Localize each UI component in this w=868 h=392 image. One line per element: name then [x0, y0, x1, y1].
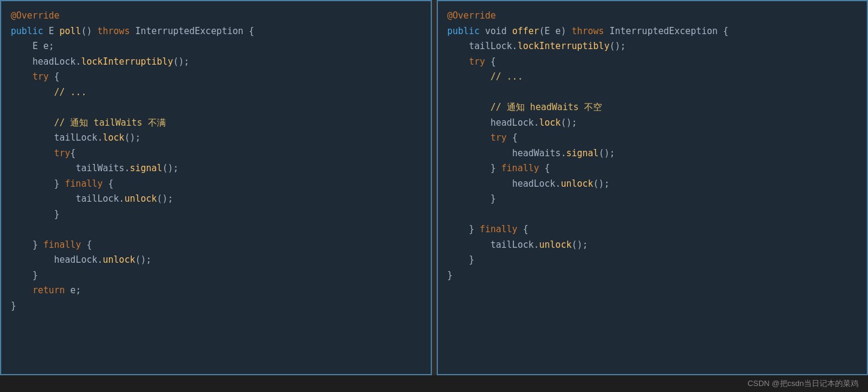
kw-public-left: public	[11, 26, 43, 37]
kw-finally-r1: finally	[501, 163, 539, 174]
panel-divider	[432, 0, 437, 375]
comment-headwaits: // 通知 headWaits 不空	[491, 102, 602, 113]
kw-return: return	[32, 285, 65, 296]
kw-try-l1: try	[32, 71, 49, 82]
left-code-panel: @Override public E poll() throws Interru…	[0, 0, 432, 375]
method-poll: poll	[59, 26, 81, 37]
right-code-panel: @Override public void offer(E e) throws …	[437, 0, 869, 375]
kw-finally-l1: finally	[65, 178, 102, 189]
footer-text: CSDN @把csdn当日记本的菜鸡	[748, 378, 858, 389]
kw-try-r2: try	[491, 132, 507, 143]
left-code: @Override public E poll() throws Interru…	[11, 8, 421, 314]
footer: CSDN @把csdn当日记本的菜鸡	[0, 375, 868, 392]
right-code: @Override public void offer(E e) throws …	[447, 8, 858, 283]
kw-finally-r2: finally	[480, 224, 518, 235]
kw-public-right: public	[447, 26, 480, 37]
kw-throws-right: throws	[571, 26, 604, 37]
code-container: @Override public E poll() throws Interru…	[0, 0, 868, 375]
kw-finally-l2: finally	[43, 239, 81, 250]
kw-try-l2: try	[54, 148, 70, 159]
type-e-left: E	[49, 26, 54, 37]
annotation-override-right: @Override	[447, 10, 496, 21]
comment-tailwaits: // 通知 tailWaits 不满	[54, 117, 165, 128]
kw-try-r1: try	[469, 56, 485, 67]
method-offer: offer	[512, 26, 539, 37]
annotation-override-left: @Override	[11, 10, 59, 21]
comment-r1: // ...	[491, 71, 523, 82]
kw-throws-left: throws	[98, 26, 130, 37]
comment-l1: // ...	[54, 87, 86, 98]
